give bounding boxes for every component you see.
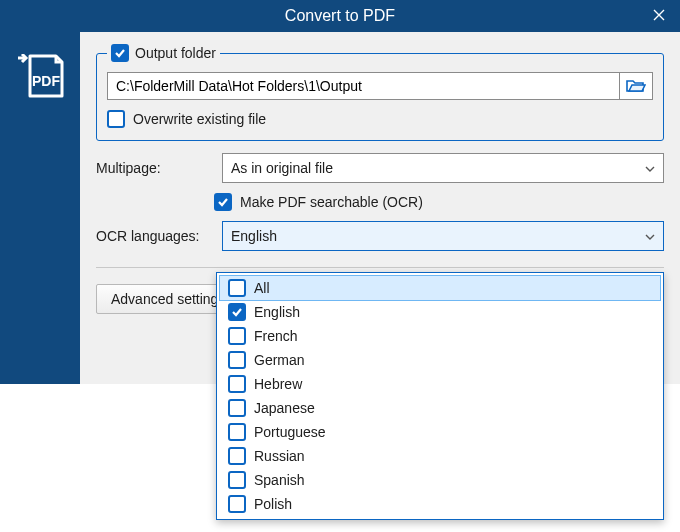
language-checkbox[interactable] (228, 351, 246, 369)
language-option[interactable]: Hebrew (220, 372, 660, 396)
language-checkbox[interactable] (228, 495, 246, 513)
language-option[interactable]: Portuguese (220, 420, 660, 444)
language-label: All (254, 280, 270, 296)
language-option[interactable]: Japanese (220, 396, 660, 420)
overwrite-row: Overwrite existing file (107, 110, 653, 128)
output-folder-checkbox[interactable] (111, 44, 129, 62)
close-icon (652, 8, 666, 22)
language-label: Spanish (254, 472, 305, 488)
make-searchable-row: Make PDF searchable (OCR) (214, 193, 664, 211)
make-searchable-label: Make PDF searchable (OCR) (240, 194, 423, 210)
output-folder-group: Output folder Overwrite exis (96, 44, 664, 141)
language-checkbox[interactable] (228, 471, 246, 489)
language-label: French (254, 328, 298, 344)
language-option[interactable]: Spanish (220, 468, 660, 492)
overwrite-label: Overwrite existing file (133, 111, 266, 127)
advanced-settings-label: Advanced settings (111, 291, 225, 307)
language-option[interactable]: Russian (220, 444, 660, 468)
divider (96, 267, 664, 268)
language-checkbox[interactable] (228, 375, 246, 393)
language-option[interactable]: Polish (220, 492, 660, 516)
language-label: Russian (254, 448, 305, 464)
multipage-select[interactable]: As in original file (222, 153, 664, 183)
output-path-row (107, 72, 653, 100)
language-checkbox[interactable] (228, 279, 246, 297)
close-button[interactable] (650, 6, 668, 24)
language-label: German (254, 352, 305, 368)
svg-text:PDF: PDF (32, 73, 60, 89)
language-checkbox[interactable] (228, 303, 246, 321)
language-option[interactable]: German (220, 348, 660, 372)
multipage-label: Multipage: (96, 160, 214, 176)
ocr-languages-value: English (231, 228, 277, 244)
output-folder-legend: Output folder (107, 44, 220, 62)
ocr-languages-row: OCR languages: English (96, 221, 664, 251)
browse-button[interactable] (619, 72, 653, 100)
open-folder-icon (626, 78, 646, 94)
ocr-languages-select[interactable]: English (222, 221, 664, 251)
language-option[interactable]: All (220, 276, 660, 300)
ocr-languages-label: OCR languages: (96, 228, 214, 244)
pdf-icon: PDF (16, 54, 64, 98)
output-folder-label: Output folder (135, 45, 216, 61)
titlebar: Convert to PDF (0, 0, 680, 32)
multipage-row: Multipage: As in original file (96, 153, 664, 183)
language-checkbox[interactable] (228, 423, 246, 441)
multipage-value: As in original file (231, 160, 333, 176)
ocr-languages-dropdown[interactable]: AllEnglishFrenchGermanHebrewJapanesePort… (216, 272, 664, 520)
language-checkbox[interactable] (228, 447, 246, 465)
chevron-down-icon (645, 231, 655, 242)
sidebar: PDF (0, 32, 80, 384)
language-label: Hebrew (254, 376, 302, 392)
language-checkbox[interactable] (228, 327, 246, 345)
chevron-down-icon (645, 163, 655, 174)
language-option[interactable]: French (220, 324, 660, 348)
language-checkbox[interactable] (228, 399, 246, 417)
language-label: Japanese (254, 400, 315, 416)
overwrite-checkbox[interactable] (107, 110, 125, 128)
language-label: English (254, 304, 300, 320)
language-option[interactable]: English (220, 300, 660, 324)
make-searchable-checkbox[interactable] (214, 193, 232, 211)
output-path-input[interactable] (107, 72, 619, 100)
language-label: Portuguese (254, 424, 326, 440)
window-title: Convert to PDF (285, 7, 395, 25)
language-label: Polish (254, 496, 292, 512)
